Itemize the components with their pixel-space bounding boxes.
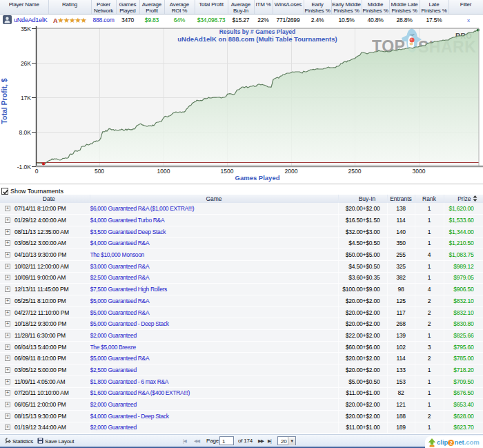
svg-text:26K: 26K (21, 60, 31, 67)
svg-text:35K: 35K (21, 26, 31, 32)
svg-text:17K: 17K (21, 95, 31, 101)
svg-text:8.0K: 8.0K (19, 129, 32, 136)
svg-text:500: 500 (95, 168, 104, 175)
svg-text:3000: 3000 (413, 168, 426, 175)
svg-text:Games Played: Games Played (235, 174, 280, 182)
svg-text:1000: 1000 (157, 168, 170, 175)
svg-text:Total Profit, $: Total Profit, $ (0, 78, 8, 124)
svg-text:2000: 2000 (285, 168, 298, 175)
svg-text:0: 0 (35, 168, 39, 175)
svg-text:Results by # Games Played: Results by # Games Played (219, 28, 296, 35)
svg-text:1500: 1500 (221, 168, 234, 175)
svg-text:uNdeAd1elK on 888.com (Multi T: uNdeAd1elK on 888.com (Multi Table Tourn… (177, 35, 337, 43)
svg-text:-1.0K: -1.0K (17, 164, 32, 171)
svg-text:2500: 2500 (348, 168, 362, 175)
